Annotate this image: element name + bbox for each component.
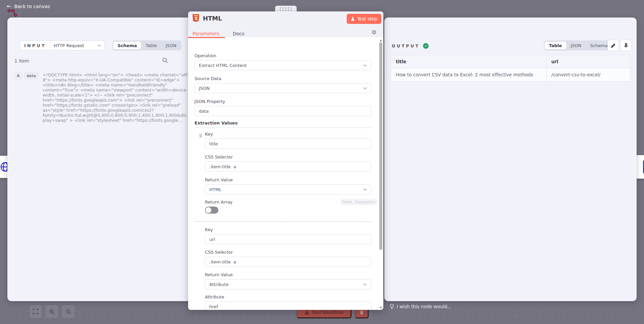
test-step-button[interactable]: Test step — [347, 14, 381, 24]
zoom-in-icon — [49, 309, 55, 315]
key-label: Key — [205, 227, 371, 232]
trash-icon[interactable] — [199, 133, 203, 138]
return-value-label: Return Value — [205, 272, 371, 277]
key-input[interactable] — [205, 139, 371, 149]
return-value-label: Return Value — [205, 177, 371, 182]
node-feedback-prompt[interactable]: I wish this node would... — [390, 304, 452, 309]
html5-icon: 5 HTML — [192, 14, 200, 23]
chevron-down-icon — [97, 44, 101, 47]
input-source-select[interactable]: INPUT HTTP Request — [20, 40, 105, 50]
flask-icon — [305, 310, 309, 315]
success-check-icon: ✓ — [423, 43, 429, 49]
chevron-down-icon — [363, 283, 367, 286]
output-tab-table[interactable]: Table — [545, 42, 566, 49]
key-input[interactable] — [205, 234, 371, 244]
css-selector-label: CSS Selector — [205, 250, 371, 255]
scroll-down-icon[interactable]: ▼ — [379, 306, 383, 309]
pin-icon — [624, 43, 629, 48]
output-result-table: title url How to convert CSV data to Exc… — [391, 55, 630, 81]
fit-view-button[interactable] — [29, 304, 42, 319]
input-tab-json[interactable]: JSON — [161, 42, 181, 49]
attribute-input[interactable] — [205, 301, 371, 310]
input-search-icon[interactable] — [162, 58, 168, 63]
scroll-up-icon[interactable]: ▲ — [379, 39, 383, 42]
output-tab-json[interactable]: JSON — [566, 42, 586, 49]
output-label: OUTPUT — [392, 43, 420, 48]
extraction-values-heading: Extraction Values — [195, 120, 371, 128]
modal-header: 5 HTML HTML Test step Parameters Docs ⚙ — [188, 11, 383, 37]
key-label: Key — [205, 132, 371, 137]
edit-output-button[interactable] — [607, 40, 619, 51]
zoom-in-button[interactable] — [45, 304, 58, 319]
node-details-modal: 5 HTML HTML Test step Parameters Docs ⚙ … — [188, 11, 383, 310]
param-options-icon[interactable]: ⋮ — [335, 200, 339, 205]
svg-text:HTML: HTML — [194, 15, 198, 16]
pin-data-button[interactable] — [620, 40, 632, 51]
svg-text:5: 5 — [195, 16, 197, 21]
wish-label: I wish this node would... — [397, 304, 452, 309]
source-data-select[interactable]: JSON — [195, 83, 371, 93]
lightbulb-icon — [390, 304, 394, 309]
return-array-toggle[interactable] — [205, 207, 218, 214]
css-selector-input[interactable] — [205, 161, 371, 172]
input-items-count: 1 item — [14, 58, 29, 64]
source-data-label: Source Data — [195, 76, 371, 81]
expression-option[interactable]: Expression — [355, 200, 376, 204]
tab-parameters[interactable]: Parameters — [192, 31, 219, 36]
input-source-value: HTTP Request — [50, 43, 97, 48]
extraction-values-divider — [195, 221, 371, 222]
json-property-label: JSON Property — [195, 99, 371, 104]
input-display-mode-tabs: Schema Table JSON — [113, 40, 181, 50]
test-step-label: Test step — [357, 16, 377, 22]
test-workflow-label: Test Workflow — [312, 310, 343, 315]
zoom-out-button[interactable] — [61, 304, 75, 319]
chevron-down-icon — [363, 64, 367, 67]
output-display-mode-tabs: Table JSON Schema — [544, 40, 613, 50]
scrollbar-thumb[interactable] — [379, 42, 382, 250]
operation-label: Operation — [195, 53, 371, 58]
table-header-row: title url — [391, 55, 630, 68]
chevron-down-icon — [363, 188, 367, 191]
column-header-url[interactable]: url — [547, 55, 630, 68]
fit-view-icon — [33, 309, 38, 314]
back-to-canvas-label: Back to canvas — [14, 4, 50, 9]
fixed-expression-toggle[interactable]: Fixed Expression — [340, 199, 377, 205]
pencil-icon — [611, 43, 616, 48]
n8n-logo — [7, 8, 19, 17]
input-tab-table[interactable]: Table — [141, 42, 161, 49]
cell-url: /convert-csv-to-excel/ — [547, 68, 630, 81]
schema-type-badge: A — [14, 72, 22, 79]
css-selector-label: CSS Selector — [205, 154, 371, 159]
input-tab-schema[interactable]: Schema — [113, 42, 141, 49]
cell-title: How to convert CSV data to Excel: 2 most… — [391, 68, 547, 81]
trash-icon — [359, 310, 364, 315]
attribute-label: Attribute — [205, 294, 371, 299]
node-title: HTML — [203, 15, 222, 22]
css-selector-input[interactable] — [205, 257, 371, 267]
flask-icon — [351, 16, 355, 21]
schema-key-badge[interactable]: data — [24, 72, 38, 79]
column-header-title[interactable]: title — [391, 55, 547, 68]
return-value-select[interactable]: HTML — [205, 184, 371, 194]
tab-docs[interactable]: Docs — [233, 31, 244, 36]
modal-parameters-body: Operation Extract HTML Content Source Da… — [188, 38, 383, 310]
table-row[interactable]: How to convert CSV data to Excel: 2 most… — [391, 68, 630, 81]
fixed-option[interactable]: Fixed — [342, 200, 352, 204]
operation-select[interactable]: Extract HTML Content — [195, 60, 371, 70]
modal-scrollbar[interactable]: ▲ ▼ — [379, 39, 383, 309]
input-label: INPUT — [20, 41, 50, 50]
gear-icon[interactable]: ⚙ — [372, 29, 377, 36]
schema-value-text: <!DOCTYPE html> <html lang="en"> <head> … — [43, 72, 189, 123]
json-property-input[interactable] — [195, 106, 371, 116]
zoom-out-icon — [66, 309, 71, 315]
chevron-down-icon — [363, 87, 367, 89]
return-value-select[interactable]: Attribute — [205, 279, 371, 289]
